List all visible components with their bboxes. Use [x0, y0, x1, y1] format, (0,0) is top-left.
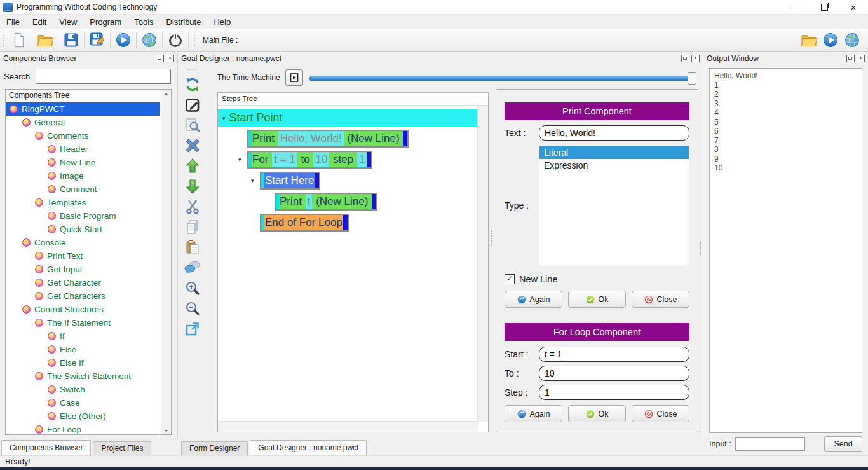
tree-item[interactable]: Get Character [6, 276, 160, 289]
steps-horizontal-scrollbar[interactable] [218, 421, 478, 432]
save-as-icon[interactable] [86, 31, 108, 49]
slider-handle[interactable] [688, 72, 696, 85]
tree-item[interactable]: Get Input [6, 263, 160, 276]
minimize-button[interactable]: — [780, 0, 810, 14]
output-text-area[interactable]: Hello, World!12345678910 [709, 68, 862, 433]
tree-item[interactable]: Header [6, 142, 160, 156]
panel-close-icon[interactable]: × [857, 55, 865, 62]
time-machine-button[interactable] [285, 69, 303, 86]
move-down-icon[interactable] [184, 178, 201, 195]
to-input[interactable] [539, 366, 689, 381]
type-option[interactable]: Literal [539, 146, 689, 159]
step-chip[interactable]: For t = 1 to 10 step 1 [247, 151, 372, 169]
panel-float-icon[interactable] [681, 55, 689, 62]
tree-item[interactable]: Quick Start [6, 223, 160, 236]
open-file-icon[interactable] [34, 31, 56, 49]
tree-item[interactable]: Comment [6, 183, 160, 196]
splitter-grip[interactable] [699, 242, 702, 258]
tree-item[interactable]: Else [6, 343, 160, 356]
tree-item[interactable]: Templates [6, 196, 160, 209]
panel-close-icon[interactable]: × [166, 55, 174, 62]
copy-icon[interactable] [184, 219, 201, 235]
tree-item[interactable]: Switch [6, 383, 160, 396]
again-button[interactable]: Again [505, 291, 562, 308]
panel-close-icon[interactable]: × [691, 55, 700, 62]
tree-item[interactable]: Print Text [6, 249, 160, 263]
interact-icon[interactable] [184, 76, 201, 93]
tree-item[interactable]: Image [6, 169, 160, 183]
menu-file[interactable]: File [0, 15, 26, 29]
run-icon[interactable] [820, 31, 841, 49]
ok-button[interactable]: Ok [568, 405, 626, 422]
cut-icon[interactable] [184, 198, 201, 215]
time-machine-slider[interactable] [309, 71, 696, 84]
steps-vertical-scrollbar[interactable] [477, 106, 488, 422]
tree-item[interactable]: New Line [6, 156, 160, 169]
tree-item[interactable]: Else (Other) [6, 410, 160, 423]
run-icon[interactable] [112, 31, 134, 49]
menu-help[interactable]: Help [207, 15, 237, 29]
step-input[interactable] [539, 385, 689, 400]
tree-item[interactable]: The Switch Statement [6, 370, 160, 383]
view-icon[interactable] [184, 117, 201, 134]
tree-item[interactable]: Console [6, 236, 160, 249]
tree-item[interactable]: Basic Program [6, 209, 160, 223]
tree-item[interactable]: RingPWCT [6, 102, 160, 116]
menu-edit[interactable]: Edit [26, 15, 53, 29]
new-file-icon[interactable] [8, 31, 30, 49]
send-button[interactable]: Send [824, 436, 862, 452]
menu-view[interactable]: View [53, 15, 83, 29]
zoom-out-icon[interactable] [184, 300, 201, 317]
menu-tools[interactable]: Tools [128, 15, 159, 29]
newline-checkbox[interactable]: ✓ [505, 274, 515, 284]
tab-project-files[interactable]: Project Files [93, 441, 151, 455]
open-project-icon[interactable] [798, 31, 820, 49]
tree-item[interactable]: Comments [6, 129, 160, 142]
close-button[interactable]: × [839, 0, 868, 14]
expand-arrow-icon[interactable]: ▾ [251, 177, 254, 184]
step-chip[interactable]: Start Here [260, 172, 320, 190]
step-chip[interactable]: Print Hello, World! (New Line) [247, 130, 409, 148]
web-icon[interactable] [841, 31, 863, 49]
tree-item[interactable]: General [6, 116, 160, 129]
tree-item[interactable]: For Loop [6, 423, 160, 434]
tree-item[interactable]: If [6, 329, 160, 343]
ok-button[interactable]: Ok [568, 291, 626, 308]
tree-item[interactable]: Case [6, 396, 160, 410]
edit-icon[interactable] [184, 97, 201, 113]
comment-icon[interactable] [184, 259, 201, 276]
console-input[interactable] [735, 437, 805, 451]
splitter-grip[interactable] [490, 230, 493, 246]
expand-arrow-icon[interactable]: ▾ [238, 156, 241, 163]
tree-scrollbar[interactable]: ▲▼ [161, 90, 171, 434]
menu-program[interactable]: Program [83, 15, 128, 29]
step-chip[interactable]: Print t (New Line) [275, 193, 377, 211]
tab-form-designer[interactable]: Form Designer [181, 441, 248, 455]
maximize-button[interactable] [810, 0, 839, 14]
type-option[interactable]: Expression [539, 159, 689, 172]
tab-goal-designer-noname-pwct[interactable]: Goal Designer : noname.pwct [250, 440, 367, 455]
save-icon[interactable] [60, 31, 82, 49]
tree-item[interactable]: Get Characters [6, 289, 160, 303]
close-button[interactable]: Close [632, 405, 689, 422]
tree-item[interactable]: Control Structures [6, 303, 160, 316]
delete-icon[interactable] [184, 137, 201, 154]
search-input[interactable] [36, 69, 171, 84]
start-input[interactable] [539, 347, 689, 362]
tab-components-browser[interactable]: Components Browser [1, 440, 91, 455]
tree-item[interactable]: The If Statement [6, 316, 160, 329]
expand-arrow-icon[interactable]: ▾ [222, 115, 226, 121]
transfer-icon[interactable] [184, 321, 201, 337]
zoom-in-icon[interactable] [184, 280, 201, 296]
again-button[interactable]: Again [505, 405, 562, 422]
panel-float-icon[interactable] [846, 55, 855, 62]
menu-distribute[interactable]: Distribute [160, 15, 208, 29]
step-chip[interactable]: End of For Loop [260, 214, 349, 232]
close-button[interactable]: Close [632, 291, 689, 308]
text-input[interactable] [539, 125, 689, 141]
panel-float-icon[interactable] [156, 55, 164, 62]
slider-track[interactable] [309, 76, 696, 81]
tree-item[interactable]: Else If [6, 356, 160, 370]
step-start-point[interactable]: ▾Start Point [218, 109, 478, 127]
power-icon[interactable] [165, 31, 186, 49]
